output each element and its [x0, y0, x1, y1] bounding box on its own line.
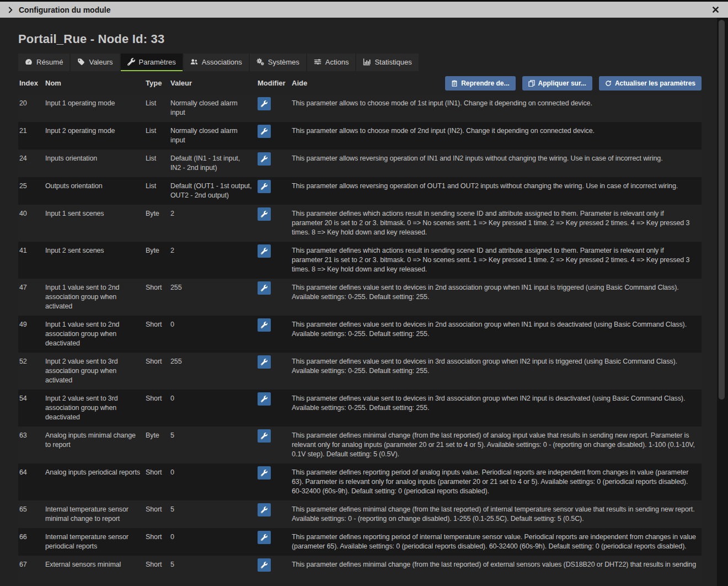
button-label: Actualiser les paramètres	[615, 79, 695, 87]
param-value: Default (IN1 - 1st input, IN2 - 2nd inpu…	[169, 154, 256, 173]
param-help: This parameter defines minimal change (f…	[291, 505, 702, 524]
parameter-row: 40 Input 1 sent scenes Byte 2 This param…	[18, 205, 702, 242]
edit-parameter-button[interactable]	[258, 125, 271, 138]
param-type: Short	[144, 468, 169, 496]
param-name: Inputs orientation	[44, 154, 144, 173]
expand-chevron-icon[interactable]	[8, 7, 13, 13]
edit-parameter-button[interactable]	[258, 207, 271, 221]
tab-valeurs[interactable]: Valeurs	[71, 54, 119, 71]
toolbar: Reprendre de... Appliquer sur... Actuali…	[445, 76, 702, 90]
edit-parameter-button[interactable]	[258, 392, 271, 406]
edit-parameter-button[interactable]	[258, 466, 271, 480]
param-name: Input 2 sent scenes	[44, 246, 144, 274]
edit-parameter-button[interactable]	[258, 281, 271, 295]
param-help: This parameter defines value sent to dev…	[291, 394, 702, 422]
tab-label: Paramètres	[139, 58, 176, 66]
param-index: 65	[18, 505, 44, 524]
tab-parametres[interactable]: Paramètres	[121, 54, 183, 71]
param-help: This parameter defines value sent to dev…	[291, 357, 702, 385]
parameter-row: 20 Input 1 operating mode List Normally …	[18, 94, 702, 122]
wrench-icon	[261, 433, 267, 439]
tab-systemes[interactable]: Systèmes	[250, 54, 306, 71]
scrollbar[interactable]	[717, 18, 728, 586]
tab-actions[interactable]: Actions	[307, 54, 356, 71]
tab-statistiques[interactable]: Statistiques	[356, 54, 418, 71]
param-type: Byte	[144, 246, 169, 274]
parameter-row: 65 Internal temperature sensor minimal c…	[18, 500, 702, 528]
edit-parameter-button[interactable]	[258, 97, 271, 110]
param-value: 0	[169, 320, 256, 348]
parameter-row: 63 Analog inputs minimal change to repor…	[18, 427, 702, 464]
close-icon	[712, 6, 719, 13]
wrench-icon	[261, 562, 267, 568]
param-type: List	[144, 99, 169, 118]
param-index: 54	[18, 394, 44, 422]
param-type: Short	[144, 394, 169, 422]
param-index: 66	[18, 532, 44, 551]
window-header: Configuration du module	[0, 2, 728, 18]
tab-label: Associations	[202, 58, 242, 66]
apply-to-button[interactable]: Appliquer sur...	[522, 76, 592, 90]
edit-parameter-button[interactable]	[258, 180, 271, 193]
param-index: 41	[18, 246, 44, 274]
edit-parameter-button[interactable]	[258, 318, 271, 332]
users-icon	[190, 58, 198, 66]
tab-associations[interactable]: Associations	[184, 54, 249, 71]
edit-parameter-button[interactable]	[258, 355, 271, 369]
edit-parameter-button[interactable]	[258, 558, 271, 572]
param-type: Short	[144, 560, 169, 579]
parameters-table: Index Nom Type Valeur Modifier Aide Repr…	[18, 76, 702, 583]
button-label: Appliquer sur...	[538, 79, 586, 87]
parameter-row: 49 Input 1 value sent to 2nd association…	[18, 316, 702, 353]
close-button[interactable]	[711, 5, 720, 14]
paste-icon	[451, 80, 458, 87]
param-value: 5	[169, 505, 256, 524]
edit-parameter-button[interactable]	[258, 152, 271, 166]
param-help: This parameter defines which actions res…	[291, 246, 702, 274]
copy-from-button[interactable]: Reprendre de...	[445, 76, 515, 90]
tab-label: Valeurs	[89, 58, 113, 66]
edit-parameter-button[interactable]	[258, 503, 271, 516]
parameters-table-body: 20 Input 1 operating mode List Normally …	[18, 94, 702, 583]
scrollbar-thumb[interactable]	[719, 20, 725, 399]
param-help: This parameter defines which actions res…	[291, 209, 702, 237]
edit-parameter-button[interactable]	[258, 531, 271, 544]
param-help: This parameter allows reversing operatio…	[291, 154, 702, 173]
param-help: This parameter allows to choose mode of …	[291, 126, 702, 145]
wrench-icon	[261, 470, 267, 476]
column-header-name: Nom	[44, 79, 144, 94]
param-name: Input 1 value sent to 2nd association gr…	[44, 283, 144, 311]
param-index: 52	[18, 357, 44, 385]
param-value: 2	[169, 246, 256, 274]
gears-icon	[256, 58, 264, 66]
param-index: 49	[18, 320, 44, 348]
param-name: Input 1 operating mode	[44, 99, 144, 118]
refresh-icon	[605, 80, 612, 87]
param-help: This parameter allows reversing operatio…	[291, 182, 702, 200]
param-type: List	[144, 182, 169, 200]
param-value: 255	[169, 283, 256, 311]
param-name: Analog inputs periodical reports	[44, 468, 144, 496]
param-index: 40	[18, 209, 44, 237]
param-name: External sensors minimal	[44, 560, 144, 579]
tab-label: Actions	[325, 58, 349, 66]
wrench-icon	[261, 396, 267, 402]
param-help: This parameter defines value sent to dev…	[291, 283, 702, 311]
parameter-row: 66 Internal temperature sensor periodica…	[18, 528, 702, 556]
refresh-parameters-button[interactable]: Actualiser les paramètres	[599, 76, 702, 90]
param-name: Input 2 value sent to 3rd association gr…	[44, 394, 144, 422]
tab-label: Statistiques	[374, 58, 411, 66]
param-help: This parameter defines minimal change (f…	[291, 431, 702, 459]
parameter-row: 41 Input 2 sent scenes Byte 2 This param…	[18, 242, 702, 279]
edit-parameter-button[interactable]	[258, 244, 271, 258]
param-value: 255	[169, 357, 256, 385]
param-name: Outputs orientation	[44, 182, 144, 200]
param-type: List	[144, 154, 169, 173]
param-type: List	[144, 126, 169, 145]
param-help: This parameter defines value sent to dev…	[291, 320, 702, 348]
tab-resume[interactable]: Résumé	[18, 54, 69, 71]
param-type: Short	[144, 320, 169, 348]
edit-parameter-button[interactable]	[258, 429, 271, 443]
page-title: Portail_Rue - Node Id: 33	[18, 32, 702, 46]
parameter-row: 67 External sensors minimal Short 5 This…	[18, 556, 702, 583]
